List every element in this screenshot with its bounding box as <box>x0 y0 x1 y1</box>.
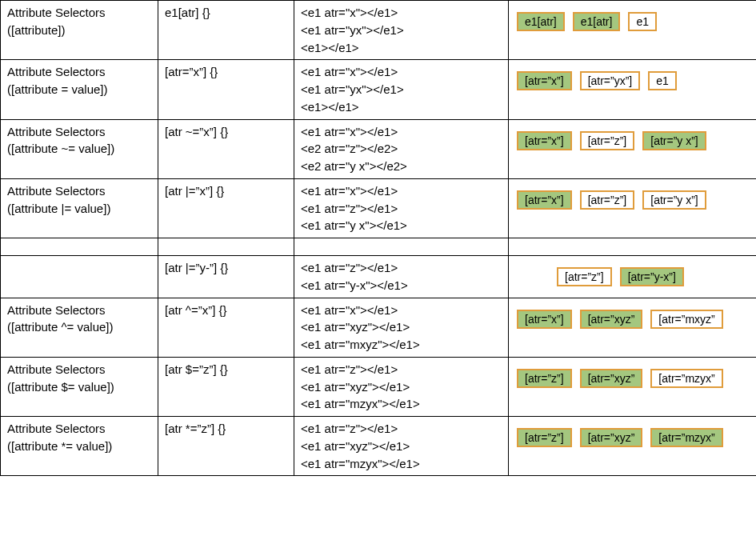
cell-visualization: [atr=”z”][atr=”y-x”] <box>509 256 757 298</box>
spacer-row <box>1 238 757 256</box>
selector-subtitle: ([attribute]) <box>7 22 151 39</box>
selector-title: Attribute Selectors <box>7 63 151 81</box>
selector-title: Attribute Selectors <box>7 4 151 22</box>
vis-container: [atr=”x”][atr=”z”][atr=”y x”] <box>512 179 753 218</box>
html-line: <e1 atr="y-x"></e1> <box>301 277 502 294</box>
matched-tag: [atr=”mzyx” <box>650 428 722 447</box>
html-line: <e1 atr="z"></e1> <box>301 361 502 378</box>
selector-subtitle: ([attribute ~= value]) <box>7 140 151 158</box>
html-line: <e1 atr="mxyz"></e1> <box>301 336 502 354</box>
unmatched-tag: [atr=”yx”] <box>580 71 641 90</box>
cell-selector-name: Attribute Selectors([attribute $= value]… <box>1 357 158 416</box>
cell-selector-name: Attribute Selectors([attribute |= value]… <box>1 178 158 238</box>
cell-html-example: <e1 atr="z"></e1><e1 atr="xyz"></e1><e1 … <box>294 357 509 416</box>
cell-selector-name: Attribute Selectors([attribute = value]) <box>1 60 158 119</box>
cell-selector-name: Attribute Selectors([attribute ~= value]… <box>1 119 158 178</box>
html-line: <e1 atr="z"></e1> <box>301 259 502 277</box>
vis-container: [atr=”z”][atr=”xyz”[atr=”mzyx” <box>512 358 753 396</box>
selector-syntax-text: e1[atr] {} <box>165 4 287 22</box>
selector-subtitle: ([attribute = value]) <box>7 81 151 98</box>
cell-html-example: <e1 atr="x"></e1><e1 atr="yx"></e1><e1><… <box>294 60 509 119</box>
selector-subtitle: ([attribute *= value]) <box>7 438 151 455</box>
cell-selector-syntax: e1[atr] {} <box>158 1 294 60</box>
table-row: Attribute Selectors([attribute = value])… <box>1 60 757 119</box>
html-line: <e1 atr="xyz"></e1> <box>301 378 502 396</box>
table-row: Attribute Selectors([attribute])e1[atr] … <box>1 1 757 60</box>
cell-selector-syntax: [atr |=”y-”] {} <box>158 256 294 298</box>
html-line: <e2 atr="y x"></e2> <box>301 158 502 175</box>
vis-container: e1[atr]e1[atr]e1 <box>512 1 753 39</box>
vis-container: [atr=”z”][atr=”xyz”[atr=”mzyx” <box>512 417 753 455</box>
table-row: Attribute Selectors([attribute |= value]… <box>1 178 757 238</box>
matched-tag: e1[atr] <box>517 12 565 31</box>
selector-title: Attribute Selectors <box>7 361 151 378</box>
vis-container: [atr=”x”][atr=”xyz”[atr=”mxyz” <box>512 298 753 337</box>
cell-selector-syntax: [atr ^=”x”] {} <box>158 298 294 357</box>
html-line: <e1 atr="yx"></e1> <box>301 81 502 98</box>
html-line: <e1 atr="x"></e1> <box>301 4 502 22</box>
cell-visualization: [atr=”x”][atr=”yx”]e1 <box>509 60 757 119</box>
selector-subtitle: ([attribute |= value]) <box>7 200 151 218</box>
cell-selector-syntax: [atr |=”x”] {} <box>158 178 294 238</box>
selector-syntax-text: [atr=”x”] {} <box>165 63 287 81</box>
selector-syntax-text: [atr ~=”x”] {} <box>165 123 287 141</box>
html-line: <e1 atr="z"></e1> <box>301 200 502 218</box>
matched-tag: [atr=”z”] <box>517 428 572 447</box>
unmatched-tag: e1 <box>628 12 657 31</box>
vis-container: [atr=”z”][atr=”y-x”] <box>512 256 753 294</box>
html-line: <e1 atr="x"></e1> <box>301 123 502 141</box>
html-line: <e1 atr="mzyx"></e1> <box>301 455 502 473</box>
vis-container: [atr=”x”][atr=”yx”]e1 <box>512 60 753 98</box>
unmatched-tag: [atr=”z”] <box>557 267 612 286</box>
html-line: <e1 atr="z"></e1> <box>301 420 502 438</box>
selector-subtitle: ([attribute $= value]) <box>7 378 151 396</box>
matched-tag: e1[atr] <box>573 12 621 31</box>
cell-visualization: [atr=”z”][atr=”xyz”[atr=”mzyx” <box>509 357 757 416</box>
selectors-table: Attribute Selectors([attribute])e1[atr] … <box>0 0 756 476</box>
unmatched-tag: [atr=”z”] <box>580 190 635 210</box>
cell-selector-name: Attribute Selectors([attribute]) <box>1 1 158 60</box>
cell-visualization: e1[atr]e1[atr]e1 <box>509 1 757 60</box>
cell-html-example: <e1 atr="x"></e1><e1 atr="z"></e1><e1 at… <box>294 178 509 238</box>
matched-tag: [atr=”xyz” <box>580 310 643 329</box>
selector-title: Attribute Selectors <box>7 123 151 141</box>
selector-syntax-text: [atr ^=”x”] {} <box>165 302 287 319</box>
table-row: [atr |=”y-”] {}<e1 atr="z"></e1><e1 atr=… <box>1 256 757 298</box>
unmatched-tag: [atr=”y x”] <box>642 190 706 210</box>
selector-title: Attribute Selectors <box>7 182 151 200</box>
html-line: <e1 atr="y x"></e1> <box>301 217 502 234</box>
matched-tag: [atr=”xyz” <box>580 428 643 447</box>
html-line: <e1 atr="xyz"></e1> <box>301 318 502 336</box>
cell-selector-syntax: [atr $=”z”] {} <box>158 357 294 416</box>
cell-html-example: <e1 atr="x"></e1><e1 atr="xyz"></e1><e1 … <box>294 298 509 357</box>
cell-selector-name <box>1 256 158 298</box>
html-line: <e2 atr="z"></e2> <box>301 140 502 158</box>
table-row: Attribute Selectors([attribute *= value]… <box>1 417 757 476</box>
table-row: Attribute Selectors([attribute ^= value]… <box>1 298 757 357</box>
cell-visualization: [atr=”x”][atr=”z”][atr=”y x”] <box>509 178 757 238</box>
selector-syntax-text: [atr *=”z”] {} <box>165 420 287 438</box>
matched-tag: [atr=”y x”] <box>642 131 706 150</box>
selector-title: Attribute Selectors <box>7 420 151 438</box>
cell-html-example: <e1 atr="x"></e1><e1 atr="yx"></e1><e1><… <box>294 1 509 60</box>
cell-selector-syntax: [atr ~=”x”] {} <box>158 119 294 178</box>
cell-visualization: [atr=”z”][atr=”xyz”[atr=”mzyx” <box>509 417 757 476</box>
cell-html-example: <e1 atr="z"></e1><e1 atr="y-x"></e1> <box>294 256 509 298</box>
matched-tag: [atr=”x”] <box>517 71 572 90</box>
cell-selector-name: Attribute Selectors([attribute ^= value]… <box>1 298 158 357</box>
html-line: <e1 atr="xyz"></e1> <box>301 438 502 455</box>
html-line: <e1 atr="yx"></e1> <box>301 22 502 39</box>
matched-tag: [atr=”x”] <box>517 310 572 329</box>
unmatched-tag: [atr=”mzyx” <box>650 369 722 388</box>
selector-subtitle: ([attribute ^= value]) <box>7 318 151 336</box>
selector-syntax-text: [atr $=”z”] {} <box>165 361 287 378</box>
unmatched-tag: e1 <box>648 71 677 90</box>
html-line: <e1></e1> <box>301 98 502 116</box>
cell-selector-name: Attribute Selectors([attribute *= value]… <box>1 417 158 476</box>
unmatched-tag: [atr=”mxyz” <box>650 310 722 329</box>
cell-visualization: [atr=”x”][atr=”xyz”[atr=”mxyz” <box>509 298 757 357</box>
html-line: <e1 atr="x"></e1> <box>301 182 502 200</box>
table-row: Attribute Selectors([attribute ~= value]… <box>1 119 757 178</box>
selector-syntax-text: [atr |=”x”] {} <box>165 182 287 200</box>
selector-title: Attribute Selectors <box>7 302 151 319</box>
